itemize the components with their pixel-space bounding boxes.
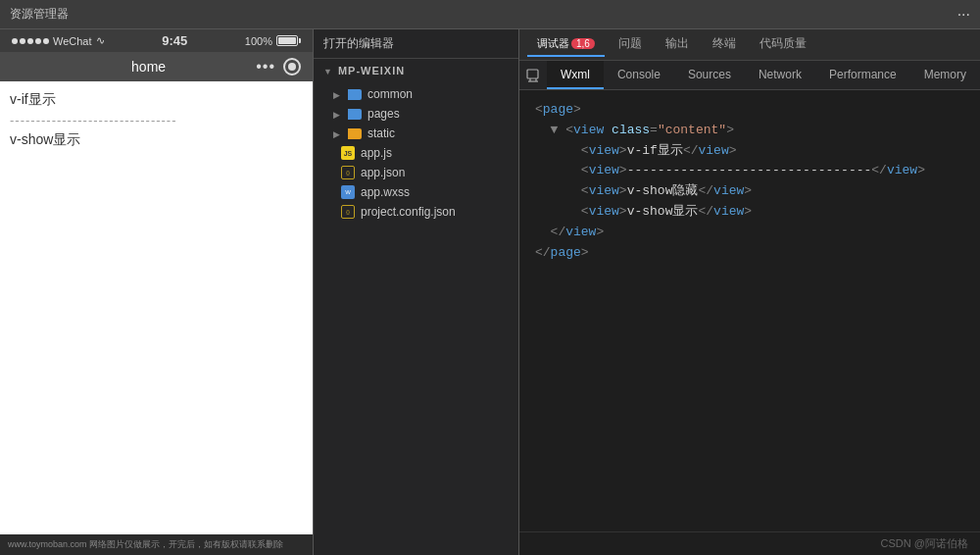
tab-code-quality[interactable]: 代码质量 — [750, 31, 816, 58]
vif-display: v-if显示 — [10, 91, 303, 109]
inspector-button[interactable] — [523, 66, 543, 85]
devtools-top-tabs: 调试器 1,6 问题 输出 终端 代码质量 — [519, 29, 980, 61]
code-line-page-open: <page> — [535, 100, 964, 121]
folder-arrow-icon — [333, 126, 342, 140]
project-section-header[interactable]: MP-WEIXIN — [314, 59, 518, 82]
folder-icon-pages — [348, 109, 362, 120]
tab-terminal[interactable]: 终端 — [703, 31, 746, 58]
tab-sources[interactable]: Sources — [674, 61, 745, 89]
folder-icon-common — [348, 89, 362, 100]
battery-fill — [278, 37, 296, 44]
tab-issues[interactable]: 问题 — [609, 31, 652, 58]
file-name-pages: pages — [368, 107, 400, 121]
issues-label: 问题 — [618, 36, 642, 50]
battery-icon — [276, 35, 298, 46]
devtools-nav-tabs: Wxml Console Sources Network Performance… — [519, 61, 980, 90]
battery-percent: 100% — [245, 35, 272, 47]
page-title: home — [41, 59, 256, 75]
signal-dot-2 — [20, 38, 25, 44]
code-line-view-open: ▼ <view class="content"> — [535, 121, 964, 141]
folder-icon-static — [348, 128, 362, 139]
signal-dots — [12, 38, 49, 44]
battery-container — [276, 35, 301, 46]
code-line-vshow-hidden: <view>v-show隐藏</view> — [535, 181, 964, 202]
nav-dots[interactable]: ••• — [256, 58, 275, 76]
file-tree: common pages static JS app.js {} — [314, 82, 518, 555]
tab-memory[interactable]: Memory — [910, 61, 980, 89]
js-file-icon: JS — [341, 146, 355, 160]
devtools-panel: 调试器 1,6 问题 输出 终端 代码质量 — [519, 29, 980, 555]
file-name-appjson: app.json — [361, 166, 405, 179]
battery-tip — [299, 38, 301, 43]
list-item[interactable]: {} app.json — [314, 163, 518, 182]
console-label: Console — [617, 68, 661, 81]
file-panel: 打开的编辑器 MP-WEIXIN common pages s — [314, 29, 519, 555]
memory-label: Memory — [924, 68, 966, 81]
signal-dot-1 — [12, 38, 18, 44]
status-right: 100% — [245, 35, 301, 47]
sources-label: Sources — [688, 68, 731, 81]
debugger-badge: 1,6 — [571, 38, 595, 49]
time-display: 9:45 — [162, 33, 187, 48]
list-item[interactable]: {} project.config.json — [314, 202, 518, 222]
file-name-projectconfig: project.config.json — [361, 205, 456, 219]
record-button[interactable] — [283, 58, 301, 76]
code-quality-label: 代码质量 — [760, 36, 807, 50]
tab-output[interactable]: 输出 — [656, 31, 699, 58]
json-file-icon-appjson: {} — [341, 166, 355, 179]
list-item[interactable]: common — [314, 84, 518, 104]
phone-content: v-if显示 -------------------------------- … — [0, 81, 313, 534]
signal-dot-4 — [35, 38, 41, 44]
tab-debugger[interactable]: 调试器 1,6 — [527, 32, 605, 57]
file-name-appwxss: app.wxss — [361, 185, 410, 199]
phone-status-bar: WeChat ∿ 9:45 100% — [0, 29, 313, 52]
signal-dot-5 — [43, 38, 49, 44]
signal-dot-3 — [27, 38, 33, 44]
vshow-display: v-show显示 — [10, 131, 303, 149]
record-button-inner — [288, 63, 296, 71]
list-item[interactable]: static — [314, 124, 518, 143]
output-label: 输出 — [665, 36, 689, 50]
project-arrow-icon — [323, 64, 334, 77]
file-name-appjs: app.js — [361, 146, 392, 160]
open-editor-label: 打开的编辑器 — [323, 35, 394, 52]
code-line-view-close: </view> — [535, 223, 964, 243]
code-line-vif: <view>v-if显示</view> — [535, 141, 964, 162]
terminal-label: 终端 — [712, 36, 736, 50]
status-left: WeChat ∿ — [12, 34, 105, 47]
project-label: MP-WEIXIN — [338, 65, 405, 76]
phone-watermark: www.toymoban.com 网络图片仅做展示，开完后，如有版权请联系删除 — [0, 534, 313, 555]
performance-label: Performance — [829, 68, 897, 81]
list-item[interactable]: JS app.js — [314, 143, 518, 163]
wifi-icon: ∿ — [96, 34, 105, 47]
tab-network[interactable]: Network — [745, 61, 815, 89]
file-name-common: common — [368, 87, 413, 101]
code-view: <page> ▼ <view class="content"> <view>v-… — [519, 90, 980, 531]
folder-arrow-icon — [333, 87, 342, 101]
main-layout: WeChat ∿ 9:45 100% home ••• — [0, 29, 980, 555]
tab-console[interactable]: Console — [604, 61, 674, 89]
toolbar-dots[interactable]: ··· — [957, 6, 970, 24]
nav-controls: ••• — [256, 58, 301, 76]
phone-panel: WeChat ∿ 9:45 100% home ••• — [0, 29, 314, 555]
file-panel-header: 打开的编辑器 — [314, 29, 518, 59]
wxml-label: Wxml — [561, 68, 590, 81]
top-toolbar: 资源管理器 ··· — [0, 0, 980, 29]
folder-arrow-icon — [333, 107, 342, 121]
code-line-divider: <view>--------------------------------</… — [535, 161, 964, 181]
divider-line: -------------------------------- — [10, 113, 303, 127]
svg-rect-0 — [527, 70, 538, 78]
json-file-icon-project: {} — [341, 205, 355, 219]
footer-watermark: CSDN @阿诺伯格 — [519, 531, 980, 555]
debugger-label: 调试器 — [537, 36, 569, 51]
phone-nav-bar: home ••• — [0, 52, 313, 81]
tab-wxml[interactable]: Wxml — [547, 61, 604, 89]
toolbar-title: 资源管理器 — [10, 6, 69, 23]
file-name-static: static — [368, 126, 395, 140]
tab-performance[interactable]: Performance — [815, 61, 910, 89]
code-line-vshow-visible: <view>v-show显示</view> — [535, 202, 964, 223]
list-item[interactable]: W app.wxss — [314, 182, 518, 202]
list-item[interactable]: pages — [314, 104, 518, 124]
wxss-file-icon: W — [341, 185, 355, 199]
wechat-label: WeChat — [53, 35, 92, 47]
